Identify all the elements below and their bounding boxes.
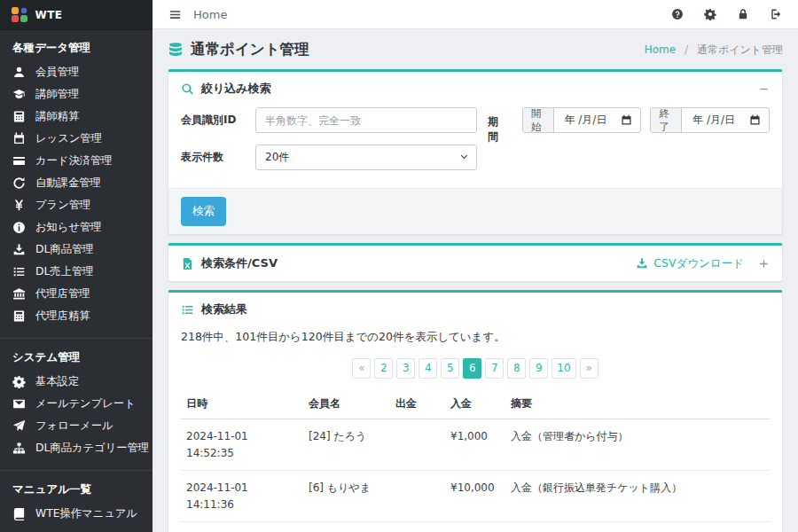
member-cell: [24] たろう (303, 522, 390, 532)
pagination-page-7[interactable]: 7 (485, 358, 504, 379)
calendar-icon[interactable] (621, 114, 632, 126)
calculator-icon (12, 309, 26, 323)
sidebar-item-list[interactable]: DL売上管理 (0, 261, 153, 283)
sidebar-item-gear[interactable]: 基本設定 (0, 371, 153, 393)
csv-download-link[interactable]: CSVダウンロード (636, 256, 744, 271)
start-date-prefix: 開始 (523, 108, 554, 132)
help-icon[interactable] (671, 8, 684, 20)
sidebar-item-refresh[interactable]: 自動課金管理 (0, 172, 153, 194)
sidebar-item-info[interactable]: お知らせ管理 (0, 216, 153, 239)
sidebar-item-envelope[interactable]: メールテンプレート (0, 393, 153, 415)
sidebar-item-label: お知らせ管理 (35, 220, 102, 235)
sidebar-item-label: プラン管理 (35, 198, 90, 213)
pagination-page-10[interactable]: 10 (552, 358, 575, 379)
brand-logo-icon (12, 7, 27, 23)
search-panel: 絞り込み検索 会員識別ID 表示件数 20件 (168, 69, 783, 235)
breadcrumb-home-link[interactable]: Home (645, 43, 676, 56)
withdraw-cell (390, 471, 445, 522)
period-label: 期間 (488, 114, 508, 145)
datetime-cell: 2024-11-01 14:52:35 (181, 419, 303, 471)
start-date-value: 年 /月/日 (554, 113, 622, 128)
sidebar-item-yen[interactable]: プラン管理 (0, 194, 153, 216)
pagination-prev[interactable]: « (352, 358, 371, 379)
sitemap-icon (12, 442, 26, 455)
per-page-select[interactable]: 20件 (255, 145, 477, 170)
download-icon (636, 257, 648, 270)
end-date-input[interactable]: 終了 年 /月/日 (650, 107, 770, 133)
sidebar-item-user[interactable]: 会員管理 (0, 61, 153, 83)
calculator-icon (12, 110, 26, 123)
sidebar-item-label: 代理店管理 (35, 286, 90, 301)
sidebar-item-sitemap[interactable]: DL商品カテゴリー管理 (0, 437, 153, 459)
deposit-cell (445, 522, 505, 532)
brand[interactable]: WTE (0, 0, 153, 29)
column-header: 入金 (445, 389, 505, 419)
datetime-cell: 2024-10-30 18:31:02 (181, 522, 303, 532)
csv-panel-title: 検索条件/CSV (201, 255, 278, 271)
gear-icon[interactable] (704, 8, 716, 20)
withdraw-cell: ¥1,000 (390, 522, 445, 532)
user-icon (12, 66, 26, 79)
table-row: 2024-10-30 18:31:02[24] たろう¥1,000出金（レッスン… (181, 522, 770, 532)
sidebar-item-calculator[interactable]: 代理店精算 (0, 305, 153, 327)
book-icon (12, 507, 26, 520)
sign-out-icon[interactable] (770, 8, 782, 20)
sidebar-item-label: カード決済管理 (35, 153, 113, 168)
breadcrumb-current: 通常ポイント管理 (697, 43, 783, 56)
pagination-page-4[interactable]: 4 (419, 358, 437, 379)
envelope-icon (12, 397, 26, 411)
results-table: 日時会員名出金入金摘要 2024-11-01 14:52:35[24] たろう¥… (181, 389, 770, 532)
sidebar: WTE 各種データ管理会員管理講師管理講師精算レッスン管理カード決済管理自動課金… (0, 0, 153, 532)
sidebar-section-title: システム管理 (0, 342, 153, 371)
member-id-input[interactable] (255, 107, 477, 133)
chevron-down-icon (459, 153, 469, 162)
summary-cell: 出金（レッスン料）サブロウ 2024年10月30日（水）17:00～17:30 … (505, 522, 770, 532)
topbar-home-link[interactable]: Home (193, 8, 227, 21)
lock-icon[interactable] (737, 8, 749, 20)
sidebar-item-calculator[interactable]: 講師精算 (0, 106, 153, 128)
pagination-page-9[interactable]: 9 (529, 358, 548, 379)
calendar-icon[interactable] (749, 114, 761, 126)
sidebar-item-calendar[interactable]: レッスン管理 (0, 128, 153, 150)
withdraw-cell (390, 419, 445, 471)
sidebar-item-download[interactable]: DL商品管理 (0, 239, 153, 261)
coins-icon (168, 42, 184, 58)
sidebar-section-title: マニュアル一覧 (0, 474, 153, 503)
table-row: 2024-11-01 14:11:36[6] もりやま¥10,000入金（銀行振… (181, 471, 770, 522)
sidebar-item-paper-plane[interactable]: フォローメール (0, 415, 153, 437)
pagination-page-5[interactable]: 5 (441, 358, 459, 379)
menu-icon[interactable] (168, 8, 182, 21)
pagination-page-3[interactable]: 3 (396, 358, 415, 379)
sidebar-item-bank[interactable]: 代理店管理 (0, 283, 153, 305)
end-date-value: 年 /月/日 (682, 113, 749, 128)
main-area: Home 通常ポイント管理 Home / 通常ポイント管理 絞り込み検索 (153, 0, 798, 532)
pagination-page-8[interactable]: 8 (507, 358, 526, 379)
expand-icon[interactable] (758, 258, 770, 270)
search-form: 会員識別ID 表示件数 20件 期間 (168, 106, 782, 188)
sidebar-item-book[interactable]: WTE操作マニュアル (0, 503, 153, 525)
search-button[interactable]: 検索 (181, 197, 226, 226)
pagination-page-2[interactable]: 2 (374, 358, 393, 379)
refresh-icon (12, 176, 26, 190)
column-header: 出金 (390, 389, 445, 419)
pagination-next[interactable]: » (580, 358, 598, 379)
breadcrumb: Home / 通常ポイント管理 (645, 43, 783, 58)
member-cell: [24] たろう (303, 419, 390, 471)
app-root: WTE 各種データ管理会員管理講師管理講師精算レッスン管理カード決済管理自動課金… (0, 0, 798, 532)
results-summary: 218件中、101件目から120件目までの20件を表示しています。 (181, 330, 770, 345)
breadcrumb-separator: / (685, 43, 688, 56)
start-date-input[interactable]: 開始 年 /月/日 (522, 107, 642, 133)
search-panel-header: 絞り込み検索 (168, 72, 782, 106)
collapse-icon[interactable] (758, 83, 770, 95)
table-header-row: 日時会員名出金入金摘要 (181, 389, 770, 419)
pagination-page-6[interactable]: 6 (463, 358, 481, 379)
sidebar-nav: 各種データ管理会員管理講師管理講師精算レッスン管理カード決済管理自動課金管理プラ… (0, 29, 153, 532)
page-content: 通常ポイント管理 Home / 通常ポイント管理 絞り込み検索 (153, 29, 798, 532)
sidebar-item-graduation-cap[interactable]: 講師管理 (0, 83, 153, 106)
results-panel-header: 検索結果 (168, 293, 782, 326)
sidebar-item-label: フォローメール (35, 419, 113, 434)
sidebar-item-label: 自動課金管理 (35, 176, 101, 191)
sidebar-item-label: 講師管理 (35, 87, 79, 102)
sidebar-item-credit-card[interactable]: カード決済管理 (0, 150, 153, 172)
results-panel: 検索結果 218件中、101件目から120件目までの20件を表示しています。 «… (168, 290, 783, 532)
